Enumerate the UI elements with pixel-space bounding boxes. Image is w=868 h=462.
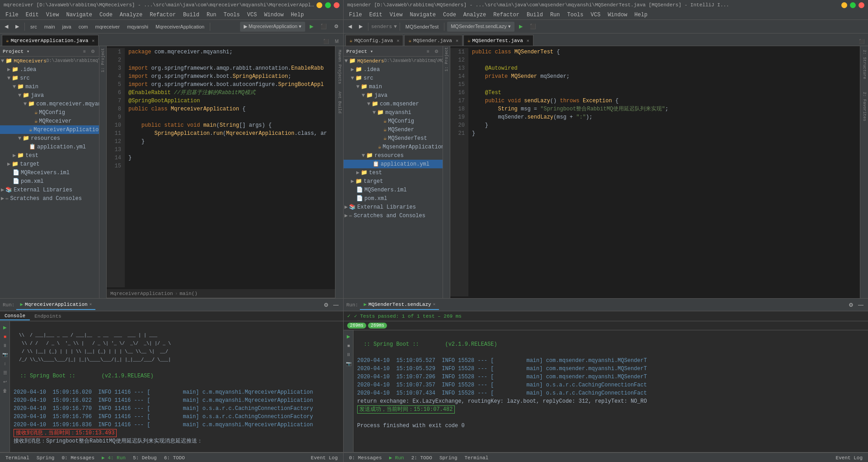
collapse-all-btn-right[interactable]: ≡: [425, 48, 432, 55]
settings-btn-left[interactable]: ⚙: [89, 48, 96, 55]
snapshot-btn-right[interactable]: 📷: [344, 359, 353, 367]
tab-mqsendertest-close[interactable]: ✕: [527, 38, 529, 43]
tree-mqsendertest-right[interactable]: ☕ MQSenderTest: [344, 134, 443, 143]
mqyanshi-btn[interactable]: mqyanshi: [124, 22, 151, 32]
run-btn-toolbar-left[interactable]: ▶: [307, 22, 316, 32]
terminal-status-right[interactable]: Terminal: [462, 455, 490, 461]
favorites-label-right[interactable]: 2: Favorites: [861, 90, 868, 123]
menu-analyze-right[interactable]: Analyze: [460, 11, 490, 19]
run-panel-minimize-right[interactable]: —: [856, 300, 865, 310]
tab-mqsendertest[interactable]: ☕ MQSenderTest.java ✕: [463, 35, 533, 46]
tree-mqsender-right[interactable]: ☕ MQSender: [344, 125, 443, 134]
menu-file-right[interactable]: File: [345, 11, 366, 19]
structure-label-right[interactable]: 2: Structure: [861, 48, 868, 81]
run-panel-minimize-left[interactable]: —: [331, 300, 340, 310]
ant-build-label-left[interactable]: Ant Build: [336, 90, 343, 115]
menu-edit-right[interactable]: Edit: [366, 11, 386, 19]
menu-tools-right[interactable]: Tools: [564, 11, 587, 19]
tree-pom-left[interactable]: 📄 pom.xml: [0, 177, 99, 186]
tree-appyml-left[interactable]: 📋 application.yml: [0, 143, 99, 151]
menu-tools-left[interactable]: Tools: [220, 11, 244, 19]
structure-btn-right[interactable]: ⬛: [857, 37, 866, 46]
tree-scratches-left[interactable]: ▶ ✏ Scratches and Consoles: [0, 194, 99, 203]
maximize-btn-right[interactable]: □: [850, 2, 856, 8]
todo-status-right[interactable]: 2: TODO: [410, 455, 434, 461]
menu-build-left[interactable]: Build: [179, 11, 203, 19]
tree-pom-right[interactable]: 📄 pom.xml: [344, 194, 443, 203]
spring-status-left[interactable]: Spring: [35, 455, 57, 461]
run-tab-mqsendertest[interactable]: ▶ MQSenderTest.sendLazy ✕: [360, 300, 439, 310]
forward-btn-right[interactable]: ▶: [356, 22, 365, 32]
filter-btn-left[interactable]: ☰: [1, 368, 9, 376]
todo-status-left[interactable]: 6: TODO: [162, 455, 187, 461]
console-subtab[interactable]: Console: [0, 312, 30, 320]
tree-java-left[interactable]: ▼ 📁 java: [0, 91, 99, 100]
menu-refactor-right[interactable]: Refactor: [490, 11, 523, 19]
tree-extlib-right[interactable]: ▶ 📚 External Libraries: [344, 203, 443, 211]
tab-mqsender-close[interactable]: ✕: [456, 38, 458, 43]
menu-vcs-right[interactable]: VCS: [587, 11, 604, 19]
tree-src-left[interactable]: ▼ 📁 src: [0, 74, 99, 82]
tab-close-1[interactable]: ✕: [92, 38, 94, 43]
pause-btn-right[interactable]: ⏸: [344, 350, 353, 358]
project-vertical-label-right[interactable]: 1: Project: [443, 46, 450, 72]
run-tab-close-left[interactable]: ✕: [90, 302, 92, 307]
app-class-btn[interactable]: MqreceiverApplication: [153, 22, 207, 32]
tree-mqreceiver-left[interactable]: ☕ MQReceiver: [0, 117, 99, 125]
eventlog-status-right[interactable]: Event Log: [834, 455, 864, 461]
run-tab-mqreceiver[interactable]: ▶ MqreceiverApplication ✕: [16, 300, 95, 310]
tree-idea-right[interactable]: ▶ 📁 .idea: [344, 65, 443, 74]
tree-java-right[interactable]: ▼ 📁 java: [344, 91, 443, 100]
tree-mqconfig-right[interactable]: ☕ MQConfig: [344, 117, 443, 125]
snapshot-btn-left[interactable]: 📷: [1, 350, 9, 358]
run-status-left[interactable]: ▶ 4: Run: [100, 455, 127, 461]
debug-btn-toolbar-right[interactable]: ⬛: [527, 22, 539, 32]
tree-main-right[interactable]: ▼ 📁 main: [344, 82, 443, 91]
endpoints-subtab[interactable]: Endpoints: [30, 313, 66, 320]
messages-status-right[interactable]: 0: Messages: [347, 455, 384, 461]
run-panel-settings-left[interactable]: ⚙: [321, 300, 330, 310]
run-status-right[interactable]: ▶ Run: [387, 455, 406, 461]
menu-help-left[interactable]: Help: [287, 11, 307, 19]
stop-btn-right[interactable]: ■: [344, 341, 353, 349]
menu-view-left[interactable]: View: [42, 11, 63, 19]
tree-test-right[interactable]: ▶ 📁 test: [344, 168, 443, 177]
tree-appyml-right[interactable]: 📋 application.yml: [344, 160, 443, 168]
src-btn[interactable]: src: [28, 22, 40, 32]
tree-mqsenderapp-right[interactable]: ☕ MqsenderApplication: [344, 143, 443, 151]
pause-btn-left[interactable]: ⏸: [1, 341, 9, 349]
tree-iml-left[interactable]: 📄 MQReceivers.iml: [0, 168, 99, 177]
minimize-btn-right[interactable]: -: [841, 2, 847, 8]
eventlog-status-left[interactable]: Event Log: [309, 455, 340, 461]
menu-view-right[interactable]: View: [386, 11, 406, 19]
menu-build-right[interactable]: Build: [523, 11, 547, 19]
tree-idea-left[interactable]: ▶ 📁 .idea: [0, 65, 99, 74]
close-btn-right[interactable]: ✕: [859, 2, 864, 8]
com-btn[interactable]: com: [76, 22, 91, 32]
tree-target-left[interactable]: ▶ 📁 target: [0, 160, 99, 168]
run-panel-settings-right[interactable]: ⚙: [846, 300, 855, 310]
close-btn-left[interactable]: ✕: [334, 2, 340, 8]
tree-mqrecapp-left[interactable]: ☕ MqreceiverApplication: [0, 125, 99, 134]
messages-status-left[interactable]: 0: Messages: [60, 455, 96, 461]
menu-refactor-left[interactable]: Refactor: [146, 11, 179, 19]
database-btn[interactable]: ⬛: [321, 37, 330, 46]
menu-file-left[interactable]: File: [2, 11, 22, 19]
menu-edit-left[interactable]: Edit: [22, 11, 42, 19]
debug-btn-toolbar-left[interactable]: ⬛: [318, 22, 330, 32]
tree-main-left[interactable]: ▼ 📁 main: [0, 82, 99, 91]
menu-navigate-left[interactable]: Navigate: [62, 11, 96, 19]
menu-help-right[interactable]: Help: [631, 11, 651, 19]
tree-extlib-left[interactable]: ▶ 📚 External Libraries: [0, 186, 99, 194]
collapse-all-btn-left[interactable]: ≡: [81, 48, 88, 55]
tree-resources-left[interactable]: ▼ 📁 resources: [0, 134, 99, 143]
scroll-btn-left[interactable]: ↕: [1, 359, 9, 367]
project-vertical-label[interactable]: 1: Project: [100, 47, 106, 73]
run-btn-toolbar-right[interactable]: ▶: [516, 22, 525, 32]
tree-mqconfig-left[interactable]: ☕ MQConfig: [0, 108, 99, 117]
tree-scratches-right[interactable]: ▶ ✏ Scratches and Consoles: [344, 211, 443, 220]
tab-mqconfig-close[interactable]: ✕: [396, 38, 399, 43]
tree-mqyanshi-right[interactable]: ▼ 📁 mqyanshi: [344, 108, 443, 117]
tab-mqreceiver-application[interactable]: ☕ MqreceiverApplication.java ✕: [2, 35, 99, 46]
minimize-btn-left[interactable]: -: [316, 2, 322, 8]
